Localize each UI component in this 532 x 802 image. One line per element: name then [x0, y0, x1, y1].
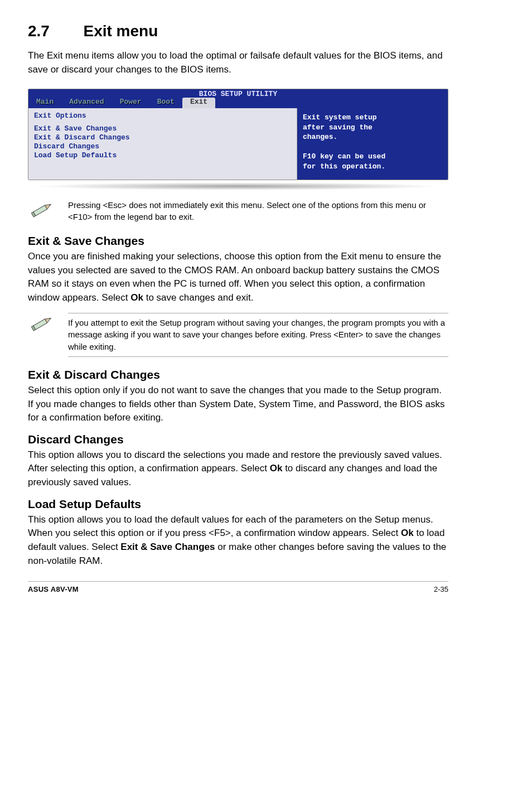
bios-tab-power: Power: [112, 98, 149, 108]
bios-screenshot: BIOS SETUP UTILITY Main Advanced Power B…: [28, 89, 448, 180]
bios-left-heading: Exit Options: [34, 112, 291, 120]
bios-tabs: Main Advanced Power Boot Exit: [28, 98, 448, 108]
bios-help-line: [303, 142, 442, 152]
page-heading: 2.7 Exit menu: [28, 22, 448, 40]
pencil-icon: [28, 199, 54, 221]
bios-tab-exit: Exit: [182, 98, 215, 108]
page-footer: ASUS A8V-VM 2-35: [28, 581, 448, 593]
bold-ok: Ok: [270, 463, 283, 474]
bios-item: Exit & Discard Changes: [34, 133, 291, 142]
section-body-load-defaults: This option allows you to load the defau…: [28, 513, 448, 568]
footer-product: ASUS A8V-VM: [28, 585, 79, 593]
bold-exit-save: Exit & Save Changes: [120, 542, 215, 552]
bios-help-line: Exit system setup: [303, 113, 442, 123]
footer-page-number: 2-35: [434, 585, 448, 593]
section-title-exit-discard: Exit & Discard Changes: [28, 368, 448, 381]
bios-left-pane: Exit Options Exit & Save Changes Exit & …: [28, 108, 297, 179]
svg-rect-4: [33, 319, 47, 330]
pencil-icon: [28, 313, 54, 335]
bios-help-line: after saving the: [303, 123, 442, 133]
section-body-discard: This option allows you to discard the se…: [28, 448, 448, 490]
section-body-exit-save: Once you are finished making your select…: [28, 250, 448, 305]
section-title-load-defaults: Load Setup Defaults: [28, 497, 448, 511]
bios-item: Exit & Save Changes: [34, 124, 291, 133]
heading-number: 2.7: [28, 22, 81, 40]
bios-help-line: changes.: [303, 132, 442, 142]
text: to save changes and exit.: [143, 292, 254, 303]
bios-tab-advanced: Advanced: [61, 98, 112, 108]
bold-ok: Ok: [130, 292, 143, 303]
note-text: If you attempt to exit the Setup program…: [68, 313, 448, 357]
section-body-exit-discard: Select this option only if you do not wa…: [28, 384, 448, 425]
note-exit-save: If you attempt to exit the Setup program…: [28, 313, 448, 357]
bios-shadow: [35, 182, 442, 190]
bold-ok: Ok: [401, 528, 414, 538]
bios-right-pane: Exit system setup after saving the chang…: [297, 108, 448, 179]
bios-tab-main: Main: [28, 98, 61, 108]
section-title-discard: Discard Changes: [28, 433, 448, 446]
note-text: Pressing <Esc> does not immediately exit…: [68, 199, 448, 224]
svg-rect-0: [33, 205, 47, 216]
heading-title: Exit menu: [83, 22, 158, 40]
bios-tab-boot: Boot: [149, 98, 182, 108]
note-esc: Pressing <Esc> does not immediately exit…: [28, 199, 448, 224]
bios-help-line: F10 key can be used: [303, 152, 442, 162]
intro-paragraph: The Exit menu items allow you to load th…: [28, 49, 448, 76]
bios-body: Exit Options Exit & Save Changes Exit & …: [28, 108, 448, 179]
bios-help-line: for this operation.: [303, 162, 442, 172]
bios-item: Discard Changes: [34, 142, 291, 151]
bios-header: BIOS SETUP UTILITY Main Advanced Power B…: [28, 89, 448, 108]
section-title-exit-save: Exit & Save Changes: [28, 234, 448, 248]
bios-item: Load Setup Defaults: [34, 151, 291, 160]
text: This option allows you to load the defau…: [28, 514, 433, 539]
